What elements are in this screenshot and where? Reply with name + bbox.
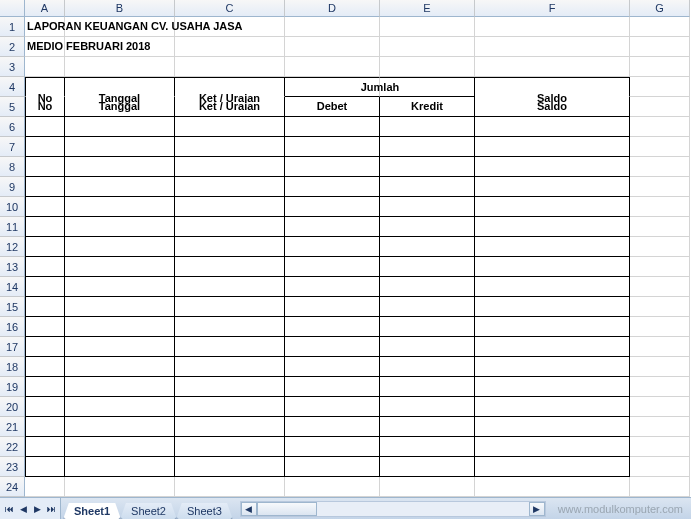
cell-G4[interactable]	[630, 77, 690, 97]
row-header-1[interactable]: 1	[0, 17, 25, 37]
tab-sheet1[interactable]: Sheet1	[63, 503, 121, 520]
cell-F16[interactable]	[475, 317, 630, 337]
cell-B16[interactable]	[65, 317, 175, 337]
cell-C12[interactable]	[175, 237, 285, 257]
cell-C3[interactable]	[175, 57, 285, 77]
cell-A18[interactable]	[25, 357, 65, 377]
cell-A6[interactable]	[25, 117, 65, 137]
cell-D15[interactable]	[285, 297, 380, 317]
cell-C18[interactable]	[175, 357, 285, 377]
cell-B10[interactable]	[65, 197, 175, 217]
cell-A8[interactable]	[25, 157, 65, 177]
cell-E1[interactable]	[380, 17, 475, 37]
cell-D19[interactable]	[285, 377, 380, 397]
col-header-D[interactable]: D	[285, 0, 380, 17]
cell-A22[interactable]	[25, 437, 65, 457]
row-header-7[interactable]: 7	[0, 137, 25, 157]
header-saldo-b[interactable]: Saldo	[475, 97, 630, 117]
cell-D3[interactable]	[285, 57, 380, 77]
cell-C19[interactable]	[175, 377, 285, 397]
cell-D16[interactable]	[285, 317, 380, 337]
cell-E6[interactable]	[380, 117, 475, 137]
cell-C20[interactable]	[175, 397, 285, 417]
cell-E17[interactable]	[380, 337, 475, 357]
header-no-b[interactable]: No	[25, 97, 65, 117]
cell-G6[interactable]	[630, 117, 690, 137]
col-header-B[interactable]: B	[65, 0, 175, 17]
cell-F10[interactable]	[475, 197, 630, 217]
row-header-11[interactable]: 11	[0, 217, 25, 237]
header-saldo[interactable]: Saldo	[475, 77, 630, 97]
cell-D1[interactable]	[285, 17, 380, 37]
cell-A3[interactable]	[25, 57, 65, 77]
cell-G9[interactable]	[630, 177, 690, 197]
cell-E18[interactable]	[380, 357, 475, 377]
row-header-19[interactable]: 19	[0, 377, 25, 397]
row-header-3[interactable]: 3	[0, 57, 25, 77]
cell-D20[interactable]	[285, 397, 380, 417]
cell-F21[interactable]	[475, 417, 630, 437]
cell-E11[interactable]	[380, 217, 475, 237]
cell-B13[interactable]	[65, 257, 175, 277]
header-kredit[interactable]: Kredit	[380, 97, 475, 117]
row-header-14[interactable]: 14	[0, 277, 25, 297]
cell-A15[interactable]	[25, 297, 65, 317]
cell-F14[interactable]	[475, 277, 630, 297]
cell-F17[interactable]	[475, 337, 630, 357]
row-header-17[interactable]: 17	[0, 337, 25, 357]
cell-B7[interactable]	[65, 137, 175, 157]
cell-E19[interactable]	[380, 377, 475, 397]
cell-F8[interactable]	[475, 157, 630, 177]
cell-F18[interactable]	[475, 357, 630, 377]
cell-C10[interactable]	[175, 197, 285, 217]
nav-last-icon[interactable]: ⏭	[44, 501, 58, 517]
cell-C9[interactable]	[175, 177, 285, 197]
cell-C22[interactable]	[175, 437, 285, 457]
cell-D9[interactable]	[285, 177, 380, 197]
cell-F20[interactable]	[475, 397, 630, 417]
cell-D7[interactable]	[285, 137, 380, 157]
cell-A20[interactable]	[25, 397, 65, 417]
header-tanggal[interactable]: Tanggal	[65, 77, 175, 97]
cell-D21[interactable]	[285, 417, 380, 437]
cell-D14[interactable]	[285, 277, 380, 297]
cell-G1[interactable]	[630, 17, 690, 37]
cell-A1[interactable]: LAPORAN KEUANGAN CV. USAHA JASA	[25, 17, 65, 37]
cell-G2[interactable]	[630, 37, 690, 57]
cell-G19[interactable]	[630, 377, 690, 397]
cell-D17[interactable]	[285, 337, 380, 357]
cell-C14[interactable]	[175, 277, 285, 297]
cell-C2[interactable]	[175, 37, 285, 57]
cell-C13[interactable]	[175, 257, 285, 277]
cell-C7[interactable]	[175, 137, 285, 157]
cell-A16[interactable]	[25, 317, 65, 337]
cell-G7[interactable]	[630, 137, 690, 157]
cell-G15[interactable]	[630, 297, 690, 317]
cell-C6[interactable]	[175, 117, 285, 137]
cell-B21[interactable]	[65, 417, 175, 437]
cell-E10[interactable]	[380, 197, 475, 217]
cell-G11[interactable]	[630, 217, 690, 237]
cell-G17[interactable]	[630, 337, 690, 357]
cell-E7[interactable]	[380, 137, 475, 157]
cell-C17[interactable]	[175, 337, 285, 357]
cell-C21[interactable]	[175, 417, 285, 437]
cell-G21[interactable]	[630, 417, 690, 437]
cell-F1[interactable]	[475, 17, 630, 37]
col-header-C[interactable]: C	[175, 0, 285, 17]
cell-E16[interactable]	[380, 317, 475, 337]
header-debet[interactable]: Debet	[285, 97, 380, 117]
cell-B3[interactable]	[65, 57, 175, 77]
cell-B24[interactable]	[65, 477, 175, 497]
row-header-22[interactable]: 22	[0, 437, 25, 457]
cell-B19[interactable]	[65, 377, 175, 397]
select-all-corner[interactable]	[0, 0, 25, 17]
cell-E20[interactable]	[380, 397, 475, 417]
cell-G8[interactable]	[630, 157, 690, 177]
cell-C15[interactable]	[175, 297, 285, 317]
cell-F19[interactable]	[475, 377, 630, 397]
nav-prev-icon[interactable]: ◀	[16, 501, 30, 517]
row-header-10[interactable]: 10	[0, 197, 25, 217]
cell-B15[interactable]	[65, 297, 175, 317]
cell-G24[interactable]	[630, 477, 690, 497]
